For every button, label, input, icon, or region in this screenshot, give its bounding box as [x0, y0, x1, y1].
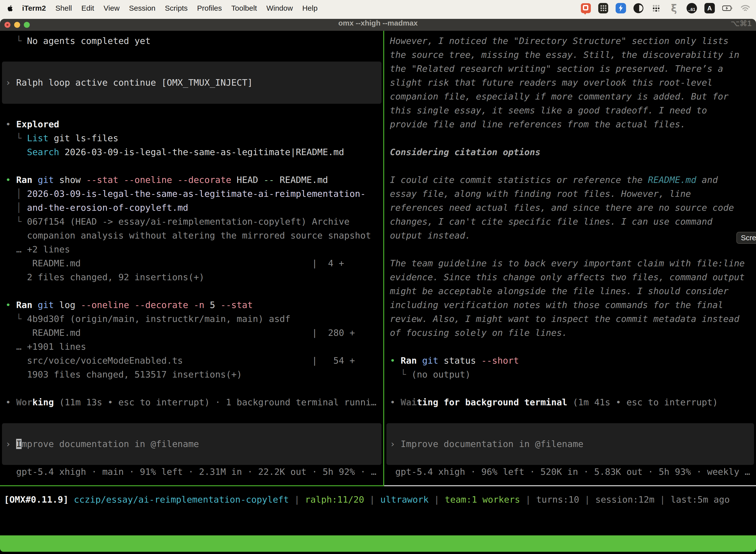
terminal-line: • Waiting for background terminal (1m 41… [390, 395, 718, 409]
text-segment: 2026-03-09-is-legal-the-same-as-legitima… [27, 189, 366, 199]
text-segment: king [32, 397, 54, 407]
terminal-line: › Ralph loop active continue [OMX_TMUX_I… [5, 76, 253, 90]
terminal-line: • Working (11m 13s • esc to interrupt) ·… [5, 395, 377, 409]
terminal-line: └ 067f154 (HEAD -> essay/ai-reimplementa… [5, 215, 350, 229]
terminal-line: • Ran git log --oneline --decorate -n 5 … [5, 298, 253, 312]
text-segment: slight risk that future readers may over… [390, 77, 712, 88]
menu-item-scripts[interactable]: Scripts [160, 4, 192, 12]
terminal-line: evidence. Since this change only affects… [390, 270, 745, 284]
menu-item-shell[interactable]: Shell [51, 4, 77, 12]
text-segment: git ls-files [48, 133, 118, 143]
text-segment [5, 147, 27, 157]
menu-left: iTerm2ShellEditViewSessionScriptsProfile… [0, 4, 322, 13]
text-segment: • [5, 175, 16, 185]
dots-grid-icon[interactable] [651, 3, 661, 13]
text-segment: Explored [16, 119, 59, 129]
text-segment: gpt-5.4 xhigh · 96% left · 520K in · 5.8… [390, 466, 750, 477]
text-segment: • [5, 119, 16, 129]
text-segment: references need actual files, and since … [390, 203, 734, 213]
text-segment: 5 [204, 300, 220, 310]
text-segment: of focusing solely on file lines. [390, 328, 567, 338]
terminal-content[interactable]: └ No agents completed yet› Ralph loop ac… [0, 31, 756, 554]
terminal-line: │ and-the-erosion-of-copyleft.md [5, 201, 188, 215]
menu-item-view[interactable]: View [99, 4, 124, 12]
text-segment: List [27, 133, 49, 143]
menu-item-profiles[interactable]: Profiles [192, 4, 227, 12]
text-segment: … +2 lines [5, 244, 70, 255]
battery-percent-label: ..61 [688, 7, 695, 13]
terminal-line: output instead. [390, 229, 470, 242]
terminal-line: companion analysis without altering the … [5, 229, 371, 242]
text-segment: turns:10 [536, 494, 579, 505]
terminal-line: • Ran git status --short [390, 354, 519, 368]
terminal-line: of focusing solely on file lines. [390, 326, 567, 340]
menu-item-edit[interactable]: Edit [77, 4, 99, 12]
text-segment: Improve documentation in @filename [400, 439, 583, 449]
squiggle-icon[interactable]: ξ [669, 3, 679, 13]
text-segment: (no output) [412, 369, 470, 380]
text-segment: │ [5, 203, 27, 213]
menu-item-help[interactable]: Help [298, 4, 322, 12]
left-prompt-input: › Improve documentation in @filename [5, 437, 199, 451]
text-segment: [OMX#0.11.9] [4, 494, 68, 505]
text-segment: --stat [220, 300, 253, 310]
right-prompt-input: › Improve documentation in @filename [390, 437, 583, 451]
text-segment: essay file, along with finding root file… [390, 189, 691, 199]
text-segment: including verification notes with those … [390, 300, 723, 310]
text-segment: and [696, 175, 718, 185]
text-segment: › [5, 439, 16, 449]
tmux-status-bar: [omx-cczip0:bash* "MacBook-Pro-44.local"… [0, 535, 756, 552]
keyboard-grid-icon[interactable] [598, 3, 608, 13]
text-segment: Ran [16, 175, 32, 185]
text-segment: │ [5, 189, 27, 199]
text-segment: | [579, 494, 595, 505]
text-segment: 1903 files changed, 513517 insertions(+) [5, 369, 242, 380]
terminal-line: src/voice/voiceModeEnabled.ts | 54 + [5, 354, 355, 368]
text-segment: might be acceptable alongside the file l… [390, 286, 729, 296]
right-pane-bottom-border [384, 485, 756, 486]
text-segment: team:1 workers [445, 494, 520, 505]
terminal-line: changes, I can't cite specific file line… [390, 215, 712, 229]
text-segment: last:5m ago [671, 494, 730, 505]
menu-items: iTerm2ShellEditViewSessionScriptsProfile… [17, 4, 322, 12]
terminal-line: provide file and line references from th… [390, 117, 686, 131]
terminal-line: However, I noticed the "Directory Struct… [390, 34, 729, 48]
text-segment: README.md | 280 + [5, 328, 355, 338]
battery-icon[interactable] [722, 3, 733, 13]
text-segment: status [438, 355, 481, 366]
wifi-icon[interactable] [740, 3, 751, 13]
pie-moon-icon[interactable] [633, 3, 643, 13]
terminal-line: └ List git ls-files [5, 131, 118, 145]
screenshot-app-icon[interactable] [581, 3, 591, 13]
apple-menu-icon[interactable] [6, 4, 15, 13]
terminal-line: including verification notes with those … [390, 298, 723, 312]
text-segment: However, I noticed the "Directory Struct… [390, 36, 729, 46]
terminal-line: README.md | 280 + [5, 326, 355, 340]
menu-item-window[interactable]: Window [262, 4, 298, 12]
text-segment: I could cite commit statistics or refere… [390, 175, 648, 185]
menu-item-iterm2[interactable]: iTerm2 [17, 4, 51, 12]
a-key-label: A [707, 4, 712, 12]
terminal-line: └ 4b9d30f (origin/main, instructkr/main,… [5, 312, 291, 326]
text-segment: show [54, 175, 86, 185]
battery-percent-app-icon[interactable]: ..61 [687, 3, 697, 13]
terminal-line: … +1901 lines [5, 340, 86, 354]
window-titlebar[interactable]: omx --xhigh --madmax ⌥⌘1 [0, 19, 756, 31]
text-segment: and-the-erosion-of-copyleft.md [27, 203, 188, 213]
text-segment: the source tree, missing the essay. Stil… [390, 50, 739, 60]
terminal-line: references need actual files, and since … [390, 201, 734, 215]
text-segment: ralph:11/20 [305, 494, 364, 505]
text-segment: gpt-5.4 xhigh · main · 91% left · 2.31M … [5, 466, 377, 477]
menu-item-session[interactable]: Session [124, 4, 160, 12]
menu-item-toolbelt[interactable]: Toolbelt [227, 4, 262, 12]
text-segment: output instead. [390, 230, 470, 240]
text-segment [68, 494, 74, 505]
text-segment: | [364, 494, 380, 505]
text-segment: cczip/essay/ai-reimplementation-copyleft [74, 494, 289, 505]
terminal-line: • Explored [5, 117, 59, 131]
pane-divider[interactable] [383, 31, 384, 486]
bolt-badge-icon[interactable] [616, 3, 626, 13]
terminal-line: │ 2026-03-09-is-legal-the-same-as-legiti… [5, 187, 366, 201]
a-key-icon[interactable]: A [704, 3, 715, 13]
window-title: omx --xhigh --madmax [0, 19, 756, 31]
